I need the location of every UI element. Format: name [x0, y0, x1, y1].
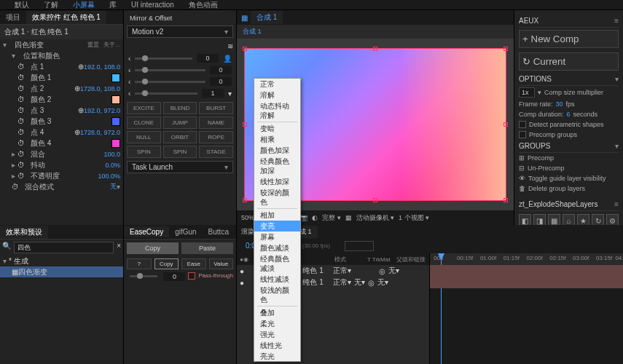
slider-1[interactable] — [135, 58, 192, 60]
handle-top-right[interactable] — [504, 47, 508, 51]
precomp-icon[interactable]: ⊞ — [519, 154, 525, 162]
tool-blend[interactable]: BLEND — [163, 102, 197, 114]
current-button[interactable]: ↻ Current — [519, 52, 619, 71]
pickwhip-icon[interactable]: ◎ — [368, 279, 375, 287]
toggle-guide-label[interactable]: Toggle guide layer visibility — [528, 175, 606, 182]
layer-bar-2[interactable] — [430, 277, 623, 288]
slider-4-value[interactable]: 1 — [202, 89, 224, 98]
delete-icon[interactable]: 🗑 — [519, 185, 525, 192]
new-comp-button[interactable]: + New Comp — [519, 30, 619, 48]
disclosure-triangle-icon[interactable]: ▾ — [3, 41, 7, 49]
unprecomp-label[interactable]: Un-Precomp — [528, 165, 565, 172]
prop-opacity-value[interactable]: 100.0% — [98, 173, 120, 180]
crosshair-icon[interactable]: ⊕ — [74, 128, 80, 136]
slider-3-value[interactable]: 0 — [210, 77, 232, 86]
menu-item[interactable]: 亮光 — [254, 351, 300, 362]
left-arrow-icon[interactable]: ‹ — [128, 66, 130, 74]
preset-category[interactable]: ▾* 生成 — [0, 256, 123, 266]
tool-name[interactable]: NAME — [199, 116, 233, 129]
handle-mid-left[interactable] — [243, 122, 247, 127]
tool-jump[interactable]: JUMP — [163, 116, 197, 129]
tab-effect-controls[interactable]: 效果控件 红色 纯色 1 — [26, 11, 106, 24]
prop-point1-value[interactable]: 192.0, 108.0 — [84, 63, 120, 71]
stopwatch-icon[interactable]: ⏱ — [17, 128, 25, 136]
menu-item[interactable]: 经典颜色加深 — [254, 156, 300, 176]
tool-null[interactable]: NULL — [127, 131, 161, 143]
down-arrow-icon[interactable]: ▾ — [228, 90, 232, 98]
col-parent[interactable]: 父级和链接 — [393, 256, 428, 264]
menu-item[interactable]: 强光 — [254, 329, 300, 340]
preset-item[interactable]: ▦四色渐变 — [0, 266, 123, 277]
effects-preset-tab[interactable]: 效果和预设 — [0, 226, 48, 239]
tool-stage[interactable]: STAGE — [199, 146, 233, 158]
slider-2[interactable] — [135, 69, 205, 71]
task-launch-dropdown[interactable]: Task Launch▾ — [127, 161, 233, 173]
left-arrow-icon[interactable]: ‹ — [128, 55, 130, 63]
easecopy-tab[interactable]: EaseCopy — [124, 226, 169, 237]
display-icon[interactable]: ▦ — [345, 214, 352, 221]
col-mode[interactable]: 模式 — [332, 256, 364, 264]
menu-item[interactable]: 经典颜色减淡 — [254, 253, 300, 274]
frame-rate-value[interactable]: 30 — [556, 100, 563, 108]
visibility-icon[interactable]: ● — [240, 279, 244, 287]
timeline-ruler[interactable]: 00s 00:15f 01:00f 01:15f 02:00f 02:15f 0… — [430, 253, 623, 265]
slider-4[interactable] — [135, 92, 197, 95]
left-arrow-icon[interactable]: ‹ — [128, 78, 130, 86]
handle-bot-right[interactable] — [504, 198, 508, 202]
menu-char-anim[interactable]: 角色动画 — [189, 0, 218, 10]
menu-item[interactable]: 线性光 — [254, 340, 300, 351]
buttca-tab[interactable]: Buttca — [203, 226, 235, 237]
menu-item[interactable]: 线性减淡 — [254, 274, 300, 285]
disclosure-triangle-icon[interactable]: ▸ — [12, 172, 15, 180]
stopwatch-icon[interactable]: ⏱ — [17, 172, 25, 180]
comp-tab[interactable]: 合成 1 — [251, 11, 283, 24]
copy-sub-button[interactable]: Copy — [154, 258, 179, 269]
tool-rope[interactable]: ROPE — [199, 131, 233, 143]
wave-icon[interactable]: ≋ — [227, 42, 233, 50]
comp-duration-value[interactable]: 6 — [567, 111, 571, 118]
tool-clone[interactable]: CLONE — [127, 116, 161, 129]
precomp-groups-checkbox[interactable] — [519, 131, 526, 138]
menu-item[interactable]: 正常 — [254, 79, 300, 90]
passthrough-checkbox[interactable] — [188, 272, 195, 280]
toggle-guide-icon[interactable]: 👁 — [519, 175, 525, 182]
effects-search-input[interactable] — [14, 242, 114, 253]
pickwhip-icon[interactable]: ◎ — [379, 267, 385, 275]
color-swatch-2[interactable] — [111, 95, 120, 104]
motion-preset-dropdown[interactable]: Motion v2▾ — [127, 25, 233, 38]
handle-bot-left[interactable] — [243, 198, 247, 202]
paste-button[interactable]: Paste — [181, 242, 233, 254]
layer-mode-dropdown[interactable]: 正常▾ — [333, 266, 351, 276]
menu-item[interactable]: 溶解 — [254, 90, 300, 100]
timeline-track-area[interactable]: 00s 00:15f 01:00f 01:15f 02:00f 02:15f 0… — [430, 253, 623, 364]
menu-item[interactable]: 颜色加深 — [254, 145, 300, 156]
timeline-search[interactable] — [345, 241, 374, 251]
menu-smallscreen[interactable]: 小屏幕 — [73, 0, 95, 10]
handle-mid-right[interactable] — [504, 122, 508, 127]
effect-reset[interactable]: 重置 — [87, 41, 99, 49]
tool-spin[interactable]: SPIN — [127, 146, 161, 158]
prop-mixmode-value[interactable]: 无 — [110, 182, 117, 191]
slider-1-value[interactable]: 0 — [197, 54, 219, 63]
layer-trkmat-dropdown[interactable]: 无▾ — [354, 277, 365, 288]
menu-item[interactable]: 柔光 — [254, 318, 300, 329]
stopwatch-icon[interactable]: ⏱ — [17, 139, 25, 147]
ease-slider[interactable] — [130, 275, 157, 277]
stopwatch-icon[interactable]: ⏱ — [17, 106, 25, 114]
col-trkmat[interactable]: T TrkMat — [364, 256, 393, 263]
handle-top-center[interactable] — [373, 47, 377, 51]
stopwatch-icon[interactable]: ⏱ — [17, 117, 25, 125]
layer-bar-1[interactable] — [430, 265, 623, 277]
stopwatch-icon[interactable]: ⏱ — [17, 84, 25, 92]
disclosure-triangle-icon[interactable]: ▸ — [12, 161, 15, 169]
chevron-down-icon[interactable]: ▾ — [117, 183, 120, 191]
value-sub-button[interactable]: Value — [209, 258, 234, 269]
menu-item[interactable]: 屏幕 — [254, 232, 300, 242]
visibility-icon[interactable]: ● — [240, 267, 244, 275]
crosshair-icon[interactable]: ⊕ — [78, 106, 84, 114]
disclosure-triangle-icon[interactable]: ▾ — [12, 52, 15, 60]
quality-dropdown[interactable]: 完整 ▾ — [322, 213, 341, 223]
prop-point2-value[interactable]: 1728.0, 108.0 — [80, 85, 120, 92]
chevron-down-icon[interactable]: ▾ — [615, 142, 619, 150]
comp-breadcrumb[interactable]: 合成 1 — [237, 25, 514, 39]
